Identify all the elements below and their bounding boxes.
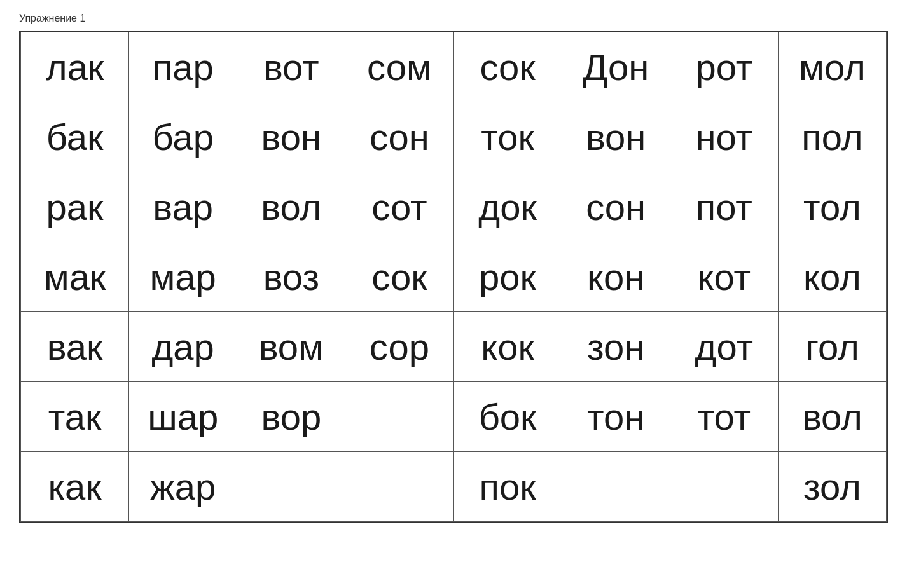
- table-cell: вор: [237, 382, 345, 452]
- table-cell: так: [21, 382, 129, 452]
- table-cell: тот: [670, 382, 778, 452]
- table-cell: шар: [129, 382, 237, 452]
- table-cell: сон: [345, 102, 454, 172]
- table-cell: док: [454, 172, 562, 242]
- table-cell: вол: [778, 382, 886, 452]
- table-cell: [345, 452, 454, 522]
- table-cell: [345, 382, 454, 452]
- table-cell: вол: [237, 172, 345, 242]
- table-cell: вак: [21, 312, 129, 382]
- table-row: ракварволсотдоксонпоттол: [21, 172, 887, 242]
- table-cell: зол: [778, 452, 886, 522]
- table-cell: вон: [562, 102, 670, 172]
- table-cell: сор: [345, 312, 454, 382]
- page-title: Упражнение 1: [19, 13, 888, 24]
- table-cell: рок: [454, 242, 562, 312]
- table-cell: сок: [345, 242, 454, 312]
- table-cell: рот: [670, 32, 778, 102]
- table-cell: жар: [129, 452, 237, 522]
- table-cell: дот: [670, 312, 778, 382]
- table-cell: Дон: [562, 32, 670, 102]
- table-cell: бар: [129, 102, 237, 172]
- table-cell: кок: [454, 312, 562, 382]
- table-row: макмарвозсокрокконкоткол: [21, 242, 887, 312]
- table-cell: ток: [454, 102, 562, 172]
- table-cell: пок: [454, 452, 562, 522]
- table-cell: зон: [562, 312, 670, 382]
- table-cell: [670, 452, 778, 522]
- table-cell: дар: [129, 312, 237, 382]
- table-row: вакдарвомсоркокзондотгол: [21, 312, 887, 382]
- table-cell: вот: [237, 32, 345, 102]
- table-cell: [237, 452, 345, 522]
- table-cell: как: [21, 452, 129, 522]
- table-cell: пар: [129, 32, 237, 102]
- table-cell: вар: [129, 172, 237, 242]
- table-cell: кол: [778, 242, 886, 312]
- table-cell: сом: [345, 32, 454, 102]
- table-cell: мар: [129, 242, 237, 312]
- table-cell: сот: [345, 172, 454, 242]
- word-table-container: лакпарвотсомсокДонротмолбакбарвонсонтокв…: [19, 31, 888, 523]
- table-row: какжарпокзол: [21, 452, 887, 522]
- table-cell: пол: [778, 102, 886, 172]
- table-cell: вон: [237, 102, 345, 172]
- table-cell: кот: [670, 242, 778, 312]
- table-cell: нот: [670, 102, 778, 172]
- table-cell: гол: [778, 312, 886, 382]
- table-cell: мак: [21, 242, 129, 312]
- table-cell: сок: [454, 32, 562, 102]
- table-cell: лак: [21, 32, 129, 102]
- table-row: такшарворбоктонтотвол: [21, 382, 887, 452]
- table-cell: вом: [237, 312, 345, 382]
- table-cell: тон: [562, 382, 670, 452]
- word-table: лакпарвотсомсокДонротмолбакбарвонсонтокв…: [20, 32, 887, 522]
- table-cell: [562, 452, 670, 522]
- table-cell: тол: [778, 172, 886, 242]
- table-cell: мол: [778, 32, 886, 102]
- table-row: бакбарвонсонтоквоннотпол: [21, 102, 887, 172]
- table-cell: бок: [454, 382, 562, 452]
- table-row: лакпарвотсомсокДонротмол: [21, 32, 887, 102]
- table-cell: рак: [21, 172, 129, 242]
- table-cell: воз: [237, 242, 345, 312]
- table-cell: кон: [562, 242, 670, 312]
- table-cell: бак: [21, 102, 129, 172]
- table-cell: сон: [562, 172, 670, 242]
- table-cell: пот: [670, 172, 778, 242]
